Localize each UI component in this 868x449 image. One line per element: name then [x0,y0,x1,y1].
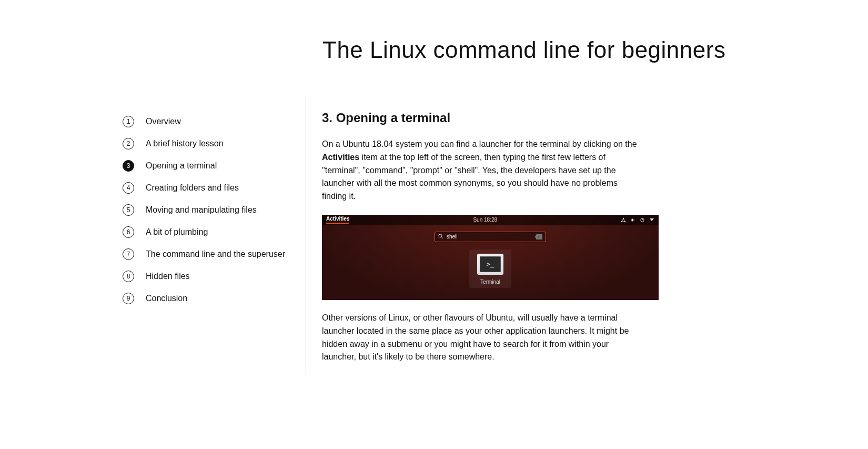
ubuntu-terminal-result: >_ Terminal [469,250,511,288]
terminal-icon-inner: >_ [480,256,501,272]
sidebar-step-6[interactable]: 6A bit of plumbing [123,221,290,243]
terminal-icon: >_ [477,254,503,275]
tutorial-content: 3. Opening a terminal On a Ubuntu 18.04 … [306,95,750,375]
activities-bold: Activities [322,153,359,162]
page-title: The Linux command line for beginners [322,37,750,63]
intro-paragraph-2: Other versions of Linux, or other flavou… [322,312,638,364]
ubuntu-search-box: shell × [435,232,546,242]
sidebar-step-9[interactable]: 9Conclusion [123,287,290,310]
sidebar-step-4[interactable]: 4Creating folders and files [123,177,290,199]
chevron-down-icon [649,217,654,223]
sidebar-step-3[interactable]: 3Opening a terminal [123,155,290,177]
ubuntu-terminal-label: Terminal [480,279,500,285]
step-label: The command line and the superuser [146,250,285,259]
step-badge: 8 [123,271,134,282]
step-badge: 3 [123,160,134,172]
sidebar-step-7[interactable]: 7The command line and the superuser [123,243,290,265]
para-text: On a Ubuntu 18.04 system you can find a … [322,139,637,148]
step-label: A brief history lesson [146,139,224,148]
para-text: item at the top left of the screen, then… [322,153,618,201]
svg-line-6 [441,237,443,238]
step-badge: 1 [123,116,134,127]
step-label: A bit of plumbing [146,227,208,237]
ubuntu-screenshot: Activities Sun 18:28 [322,215,659,300]
step-badge: 5 [123,204,134,216]
sidebar-step-2[interactable]: 2A brief history lesson [123,133,290,155]
ubuntu-system-tray [621,217,654,223]
step-label: Conclusion [146,294,187,303]
sidebar-step-1[interactable]: 1Overview [123,111,290,133]
ubuntu-search-text: shell [447,234,532,240]
sidebar-step-8[interactable]: 8Hidden files [123,265,290,287]
step-label: Overview [146,117,181,126]
step-label: Moving and manipulating files [146,205,257,215]
step-badge: 7 [123,248,134,260]
ubuntu-clock: Sun 18:28 [473,217,497,223]
intro-paragraph-1: On a Ubuntu 18.04 system you can find a … [322,138,638,203]
power-icon [640,217,645,223]
step-badge: 4 [123,182,134,194]
svg-point-5 [439,234,442,237]
tutorial-steps-sidebar: 1Overview2A brief history lesson3Opening… [118,95,306,375]
sidebar-step-5[interactable]: 5Moving and manipulating files [123,199,290,221]
ubuntu-activities-button: Activities [326,216,349,224]
step-label: Hidden files [146,272,190,281]
step-badge: 2 [123,138,134,149]
volume-icon [630,217,635,223]
search-icon [438,234,443,240]
ubuntu-topbar: Activities Sun 18:28 [322,215,659,225]
network-icon [621,217,626,223]
section-heading: 3. Opening a terminal [322,111,750,125]
step-label: Creating folders and files [146,183,239,193]
clear-search-icon: × [535,234,542,240]
step-label: Opening a terminal [146,161,217,171]
step-badge: 6 [123,226,134,238]
step-badge: 9 [123,293,134,304]
